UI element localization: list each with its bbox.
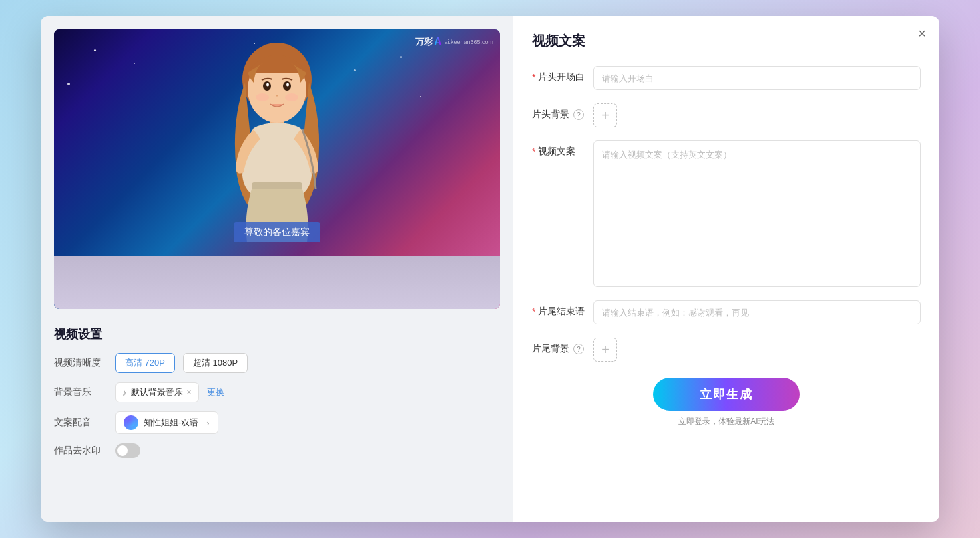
- intro-label: * 片头开场白: [532, 66, 585, 83]
- header-bg-label: 片头背景 ?: [532, 103, 585, 121]
- star-decoration: [94, 49, 96, 51]
- video-settings: 视频设置 视频清晰度 高清 720P 超清 1080P 背景音乐 ♪ 默认背景音…: [54, 320, 500, 474]
- outro-label: * 片尾结束语: [532, 300, 585, 318]
- music-item: ♪ 默认背景音乐 ×: [115, 382, 199, 402]
- svg-point-7: [256, 93, 269, 101]
- intro-row: * 片头开场白: [532, 66, 921, 90]
- voice-chevron-icon: ›: [206, 418, 209, 428]
- watermark-brand: 万彩: [415, 36, 433, 48]
- watermark: 万彩 A ai.keehan365.com: [415, 36, 493, 48]
- left-panel: 万彩 A ai.keehan365.com: [41, 16, 513, 522]
- voice-avatar: [124, 415, 138, 430]
- watermark-label: 作品去水印: [54, 445, 107, 457]
- watermark-toggle[interactable]: [115, 443, 140, 458]
- voice-selector[interactable]: 知性姐姐-双语 ›: [115, 411, 218, 434]
- video-subtitle: 尊敬的各位嘉宾: [234, 222, 320, 242]
- footer-bg-row: 片尾背景 ? +: [532, 338, 921, 362]
- voice-row: 文案配音 知性姐姐-双语 ›: [54, 411, 500, 434]
- panel-title: 视频文案: [532, 32, 921, 50]
- copy-textarea[interactable]: [593, 140, 921, 287]
- video-bottom-strip: [54, 256, 500, 309]
- svg-point-10: [127, 419, 135, 427]
- resolution-1080p-button[interactable]: 超清 1080P: [183, 353, 248, 373]
- music-change-button[interactable]: 更换: [207, 386, 224, 398]
- video-preview-inner: 万彩 A ai.keehan365.com: [54, 29, 500, 256]
- footer-bg-help-icon[interactable]: ?: [573, 344, 584, 354]
- generate-section: 立即生成 立即登录，体验最新AI玩法: [532, 378, 921, 427]
- footer-bg-add-button[interactable]: +: [593, 338, 617, 362]
- music-label: 背景音乐: [54, 386, 107, 398]
- right-panel: × 视频文案 * 片头开场白 片头背景 ? + * 视频文案: [513, 16, 939, 522]
- music-close-icon[interactable]: ×: [187, 388, 192, 397]
- star-decoration: [420, 96, 421, 97]
- video-preview: 万彩 A ai.keehan365.com: [54, 29, 500, 309]
- footer-bg-label: 片尾背景 ?: [532, 338, 585, 355]
- star-decoration: [67, 83, 70, 85]
- copy-row: * 视频文案: [532, 140, 921, 287]
- music-row: 背景音乐 ♪ 默认背景音乐 × 更换: [54, 382, 500, 402]
- generate-note: 立即登录，体验最新AI玩法: [678, 416, 774, 427]
- header-bg-add-button[interactable]: +: [593, 103, 617, 127]
- outro-required: *: [532, 306, 535, 317]
- resolution-label: 视频清晰度: [54, 357, 107, 369]
- header-bg-help-icon[interactable]: ?: [573, 109, 584, 120]
- watermark-site: ai.keehan365.com: [444, 39, 493, 45]
- toggle-thumb: [117, 445, 128, 456]
- outro-row: * 片尾结束语: [532, 300, 921, 324]
- music-note-icon: ♪: [122, 388, 127, 398]
- voice-avatar-icon: [127, 419, 135, 427]
- star-decoration: [134, 63, 135, 64]
- close-button[interactable]: ×: [918, 27, 926, 40]
- modal-container: 万彩 A ai.keehan365.com: [41, 16, 939, 522]
- settings-title: 视频设置: [54, 326, 500, 342]
- resolution-row: 视频清晰度 高清 720P 超清 1080P: [54, 353, 500, 373]
- outro-input[interactable]: [593, 300, 921, 324]
- intro-input[interactable]: [593, 66, 921, 90]
- star-decoration: [400, 56, 402, 58]
- svg-point-8: [285, 93, 298, 101]
- music-name: 默认背景音乐: [131, 386, 183, 398]
- intro-required: *: [532, 72, 535, 83]
- copy-label: * 视频文案: [532, 140, 585, 158]
- copy-required: *: [532, 146, 535, 157]
- voice-name: 知性姐姐-双语: [144, 417, 198, 429]
- header-bg-row: 片头背景 ? +: [532, 103, 921, 127]
- svg-point-5: [266, 83, 269, 87]
- voice-label: 文案配音: [54, 417, 107, 429]
- svg-point-6: [286, 83, 289, 87]
- watermark-ai-icon: A: [434, 36, 442, 48]
- star-decoration: [354, 69, 356, 71]
- watermark-row: 作品去水印: [54, 443, 500, 458]
- generate-button[interactable]: 立即生成: [653, 378, 800, 411]
- resolution-720p-button[interactable]: 高清 720P: [115, 353, 175, 373]
